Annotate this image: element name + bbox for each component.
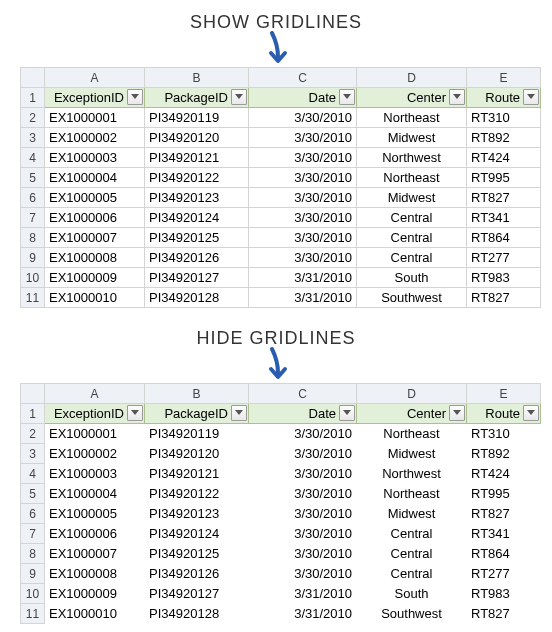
cell-center[interactable]: Northeast (357, 484, 467, 504)
filter-dropdown-icon[interactable] (523, 405, 539, 421)
cell-route[interactable]: RT341 (467, 208, 541, 228)
cell-exceptionid[interactable]: EX1000004 (45, 484, 145, 504)
cell-route[interactable]: RT983 (467, 584, 541, 604)
row-head-11[interactable]: 11 (21, 604, 45, 624)
cell-center[interactable]: Southwest (357, 604, 467, 624)
cell-center[interactable]: Midwest (357, 444, 467, 464)
cell-route[interactable]: RT424 (467, 464, 541, 484)
cell-exceptionid[interactable]: EX1000006 (45, 524, 145, 544)
cell-exceptionid[interactable]: EX1000007 (45, 544, 145, 564)
cell-packageid[interactable]: PI34920120 (145, 128, 249, 148)
cell-packageid[interactable]: PI34920122 (145, 484, 249, 504)
row-head-8[interactable]: 8 (21, 228, 45, 248)
cell-center[interactable]: Northeast (357, 424, 467, 444)
row-head-11[interactable]: 11 (21, 288, 45, 308)
cell-packageid[interactable]: PI34920119 (145, 424, 249, 444)
col-head-E[interactable]: E (467, 68, 541, 88)
row-head-2[interactable]: 2 (21, 424, 45, 444)
cell-route[interactable]: RT995 (467, 484, 541, 504)
header-center[interactable]: Center (357, 88, 467, 108)
header-packageid[interactable]: PackageID (145, 88, 249, 108)
cell-center[interactable]: Central (357, 248, 467, 268)
col-head-D[interactable]: D (357, 384, 467, 404)
cell-center[interactable]: Southwest (357, 288, 467, 308)
col-head-D[interactable]: D (357, 68, 467, 88)
row-head-4[interactable]: 4 (21, 148, 45, 168)
row-head-10[interactable]: 10 (21, 584, 45, 604)
cell-route[interactable]: RT864 (467, 544, 541, 564)
cell-date[interactable]: 3/30/2010 (249, 464, 357, 484)
header-date[interactable]: Date (249, 88, 357, 108)
cell-route[interactable]: RT341 (467, 524, 541, 544)
cell-packageid[interactable]: PI34920126 (145, 564, 249, 584)
cell-route[interactable]: RT424 (467, 148, 541, 168)
row-head-2[interactable]: 2 (21, 108, 45, 128)
filter-dropdown-icon[interactable] (339, 89, 355, 105)
cell-packageid[interactable]: PI34920124 (145, 208, 249, 228)
header-packageid[interactable]: PackageID (145, 404, 249, 424)
cell-date[interactable]: 3/30/2010 (249, 168, 357, 188)
cell-date[interactable]: 3/30/2010 (249, 188, 357, 208)
filter-dropdown-icon[interactable] (231, 405, 247, 421)
cell-date[interactable]: 3/30/2010 (249, 248, 357, 268)
cell-packageid[interactable]: PI34920127 (145, 268, 249, 288)
cell-center[interactable]: Central (357, 524, 467, 544)
cell-exceptionid[interactable]: EX1000003 (45, 148, 145, 168)
col-head-C[interactable]: C (249, 68, 357, 88)
cell-packageid[interactable]: PI34920126 (145, 248, 249, 268)
cell-date[interactable]: 3/30/2010 (249, 564, 357, 584)
cell-route[interactable]: RT864 (467, 228, 541, 248)
col-head-A[interactable]: A (45, 384, 145, 404)
cell-packageid[interactable]: PI34920128 (145, 288, 249, 308)
cell-route[interactable]: RT892 (467, 444, 541, 464)
cell-exceptionid[interactable]: EX1000006 (45, 208, 145, 228)
cell-date[interactable]: 3/30/2010 (249, 484, 357, 504)
cell-exceptionid[interactable]: EX1000010 (45, 288, 145, 308)
cell-date[interactable]: 3/31/2010 (249, 584, 357, 604)
cell-route[interactable]: RT827 (467, 604, 541, 624)
cell-date[interactable]: 3/30/2010 (249, 424, 357, 444)
cell-packageid[interactable]: PI34920119 (145, 108, 249, 128)
cell-exceptionid[interactable]: EX1000002 (45, 128, 145, 148)
cell-exceptionid[interactable]: EX1000008 (45, 248, 145, 268)
cell-packageid[interactable]: PI34920127 (145, 584, 249, 604)
cell-packageid[interactable]: PI34920125 (145, 228, 249, 248)
row-head-9[interactable]: 9 (21, 248, 45, 268)
cell-route[interactable]: RT277 (467, 564, 541, 584)
cell-exceptionid[interactable]: EX1000009 (45, 268, 145, 288)
row-head-9[interactable]: 9 (21, 564, 45, 584)
cell-date[interactable]: 3/31/2010 (249, 604, 357, 624)
cell-center[interactable]: Central (357, 208, 467, 228)
row-head-6[interactable]: 6 (21, 188, 45, 208)
filter-dropdown-icon[interactable] (127, 405, 143, 421)
cell-route[interactable]: RT310 (467, 108, 541, 128)
cell-exceptionid[interactable]: EX1000005 (45, 504, 145, 524)
cell-exceptionid[interactable]: EX1000001 (45, 424, 145, 444)
cell-route[interactable]: RT827 (467, 188, 541, 208)
cell-exceptionid[interactable]: EX1000005 (45, 188, 145, 208)
cell-date[interactable]: 3/30/2010 (249, 504, 357, 524)
cell-exceptionid[interactable]: EX1000007 (45, 228, 145, 248)
cell-route[interactable]: RT983 (467, 268, 541, 288)
header-exceptionid[interactable]: ExceptionID (45, 88, 145, 108)
cell-center[interactable]: Midwest (357, 504, 467, 524)
cell-exceptionid[interactable]: EX1000001 (45, 108, 145, 128)
filter-dropdown-icon[interactable] (339, 405, 355, 421)
row-head-7[interactable]: 7 (21, 208, 45, 228)
row-head-1[interactable]: 1 (21, 88, 45, 108)
cell-route[interactable]: RT310 (467, 424, 541, 444)
cell-date[interactable]: 3/30/2010 (249, 444, 357, 464)
cell-packageid[interactable]: PI34920125 (145, 544, 249, 564)
header-center[interactable]: Center (357, 404, 467, 424)
cell-route[interactable]: RT827 (467, 288, 541, 308)
cell-route[interactable]: RT827 (467, 504, 541, 524)
row-head-3[interactable]: 3 (21, 444, 45, 464)
col-head-B[interactable]: B (145, 384, 249, 404)
cell-exceptionid[interactable]: EX1000002 (45, 444, 145, 464)
cell-date[interactable]: 3/30/2010 (249, 128, 357, 148)
col-head-A[interactable]: A (45, 68, 145, 88)
cell-date[interactable]: 3/30/2010 (249, 544, 357, 564)
cell-packageid[interactable]: PI34920124 (145, 524, 249, 544)
header-date[interactable]: Date (249, 404, 357, 424)
row-head-10[interactable]: 10 (21, 268, 45, 288)
